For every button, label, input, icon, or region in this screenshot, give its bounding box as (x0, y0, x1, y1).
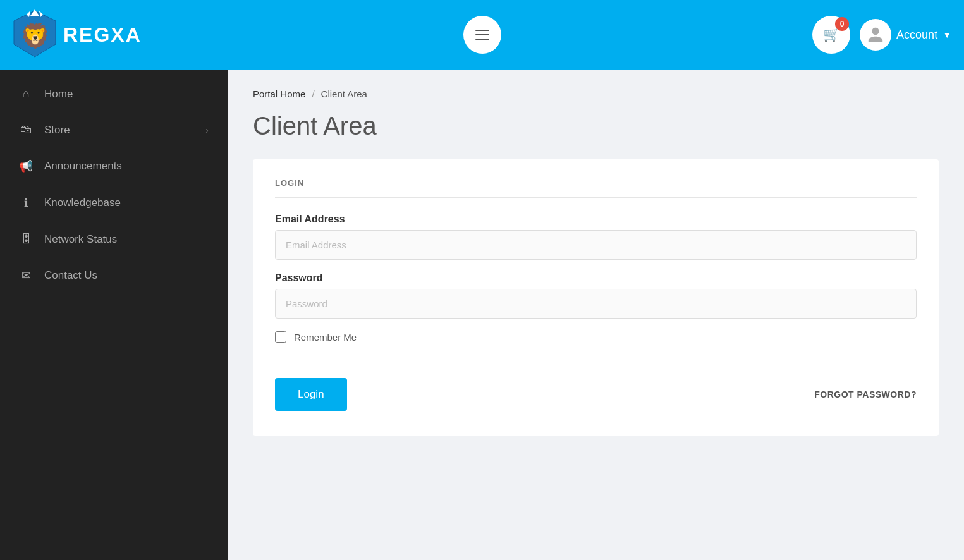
breadcrumb-current: Client Area (321, 88, 367, 99)
cart-badge: 0 (835, 17, 849, 31)
avatar (860, 19, 891, 51)
remember-checkbox[interactable] (275, 331, 286, 343)
password-label: Password (275, 272, 917, 284)
sidebar-item-announcements[interactable]: 📢 Announcements (0, 148, 228, 185)
network-icon: 🎛 (19, 233, 33, 246)
svg-text:🦁: 🦁 (20, 21, 51, 51)
remember-row: Remember Me (275, 331, 917, 343)
menu-line-3 (475, 39, 489, 40)
sidebar-item-label: Network Status (44, 233, 209, 246)
menu-line-2 (475, 34, 489, 35)
email-label: Email Address (275, 214, 917, 225)
remember-label[interactable]: Remember Me (294, 332, 357, 343)
sidebar-item-label: Store (44, 124, 194, 137)
sidebar-item-knowledgebase[interactable]: ℹ Knowledgebase (0, 185, 228, 221)
header: 🦁 REGXA 0 🛒 Account ▼ (0, 0, 964, 70)
main-content: Portal Home / Client Area Client Area LO… (228, 70, 964, 560)
forgot-password-link[interactable]: FORGOT PASSWORD? (814, 389, 917, 399)
sidebar-item-network-status[interactable]: 🎛 Network Status (0, 221, 228, 257)
breadcrumb-portal-home[interactable]: Portal Home (253, 88, 305, 99)
page-title: Client Area (253, 112, 939, 140)
form-divider (275, 362, 917, 362)
login-card: LOGIN Email Address Password Remember Me… (253, 159, 939, 436)
header-right: 0 🛒 Account ▼ (812, 16, 951, 54)
form-footer: Login FORGOT PASSWORD? (275, 378, 917, 411)
password-input[interactable] (275, 289, 917, 319)
login-section-title: LOGIN (275, 178, 917, 198)
sidebar-item-home[interactable]: ⌂ Home (0, 76, 228, 112)
breadcrumb-separator: / (312, 88, 314, 99)
cart-button[interactable]: 0 🛒 (812, 16, 850, 54)
menu-button[interactable] (463, 16, 501, 54)
chevron-down-icon: ▼ (943, 30, 951, 40)
sidebar-item-contact-us[interactable]: ✉ Contact Us (0, 257, 228, 294)
sidebar-item-label: Knowledgebase (44, 197, 209, 209)
sidebar-item-label: Announcements (44, 160, 209, 173)
sidebar-item-label: Contact Us (44, 269, 209, 282)
sidebar-item-store[interactable]: 🛍 Store › (0, 112, 228, 148)
chevron-right-icon: › (205, 125, 209, 135)
password-form-group: Password (275, 272, 917, 319)
mail-icon: ✉ (19, 269, 33, 283)
sidebar-item-label: Home (44, 88, 209, 100)
account-button[interactable]: Account ▼ (860, 19, 951, 51)
sidebar: ⌂ Home 🛍 Store › 📢 Announcements ℹ Knowl… (0, 70, 228, 560)
announcements-icon: 📢 (19, 159, 33, 173)
main-layout: ⌂ Home 🛍 Store › 📢 Announcements ℹ Knowl… (0, 70, 964, 560)
logo-icon: 🦁 (13, 9, 57, 60)
email-input[interactable] (275, 230, 917, 260)
home-icon: ⌂ (19, 87, 33, 100)
menu-line-1 (475, 30, 489, 31)
email-form-group: Email Address (275, 214, 917, 260)
breadcrumb: Portal Home / Client Area (253, 88, 939, 99)
logo-area: 🦁 REGXA (13, 9, 142, 60)
info-icon: ℹ (19, 196, 33, 210)
logo-text: REGXA (63, 23, 142, 47)
store-icon: 🛍 (19, 123, 33, 137)
account-label: Account (896, 28, 937, 42)
login-button[interactable]: Login (275, 378, 347, 411)
